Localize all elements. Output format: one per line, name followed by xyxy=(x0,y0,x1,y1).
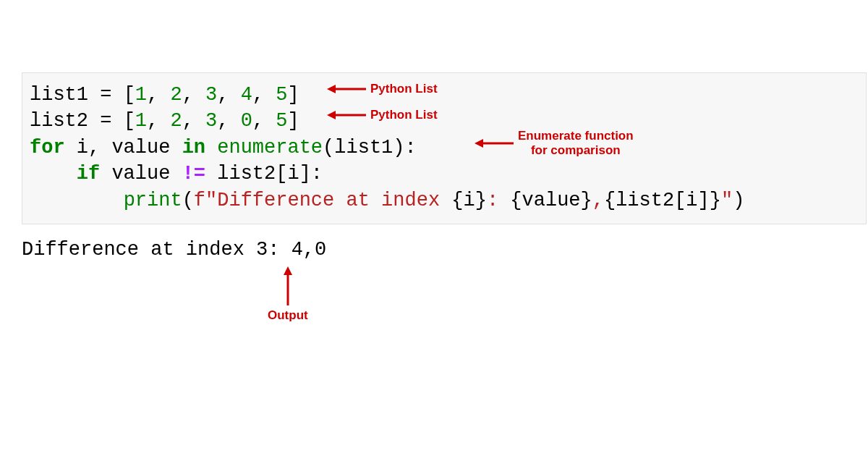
annotation-label: Python List xyxy=(370,82,438,96)
svg-marker-3 xyxy=(327,111,336,119)
annotation-label-line1: Enumerate function xyxy=(518,129,634,143)
code-line-1: list1 = [1, 2, 3, 4, 5] xyxy=(30,84,299,106)
annotation-list1: Python List xyxy=(327,82,438,96)
annotation-label-line2: for comparison xyxy=(518,143,634,158)
annotation-output: Output xyxy=(268,266,308,323)
annotation-enumerate: Enumerate function for comparison xyxy=(475,129,634,157)
annotation-label: Python List xyxy=(370,108,438,122)
output-text: Difference at index 3: 4,0 xyxy=(22,239,326,261)
annotation-label: Output xyxy=(268,308,308,323)
code-line-5: print(f"Difference at index {i}: {value}… xyxy=(30,190,744,211)
code-block: list1 = [1, 2, 3, 4, 5] list2 = [1, 2, 3… xyxy=(22,72,867,224)
svg-marker-7 xyxy=(284,266,292,275)
arrow-left-icon xyxy=(327,83,366,95)
code-line-3: for i, value in enumerate(list1): xyxy=(30,137,417,159)
arrow-up-icon xyxy=(282,266,294,305)
arrow-left-icon xyxy=(475,138,514,149)
svg-marker-1 xyxy=(327,85,336,93)
code-line-2: list2 = [1, 2, 3, 0, 5] xyxy=(30,110,299,132)
annotation-list2: Python List xyxy=(327,108,438,122)
code-line-4: if value != list2[i]: xyxy=(30,163,323,185)
svg-marker-5 xyxy=(475,139,483,148)
arrow-left-icon xyxy=(327,109,366,121)
